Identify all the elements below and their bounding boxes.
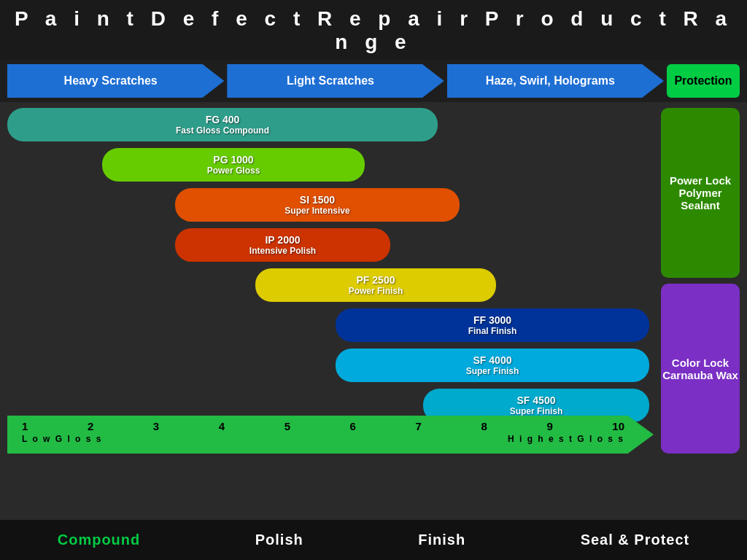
product-sub-ff3000: Final Finish xyxy=(468,326,517,336)
product-name-ip2000: IP 2000 xyxy=(265,234,300,246)
scale-high-label: H i g h e s t G l o s s xyxy=(508,434,624,444)
product-name-ff3000: FF 3000 xyxy=(473,314,511,326)
scale-section: 12345678910L o w G l o s sH i g h e s t … xyxy=(7,416,654,454)
scale-number: 3 xyxy=(153,420,159,432)
main-content: FG 400Fast Gloss CompoundPG 1000Power Gl… xyxy=(0,102,747,459)
color-lock-box: Color Lock Carnauba Wax xyxy=(661,284,740,454)
scale-number: 6 xyxy=(350,420,356,432)
footer-polish: Polish xyxy=(255,532,303,548)
scale-number: 2 xyxy=(88,420,93,432)
category-heavy-scratches: Heavy Scratches xyxy=(7,64,224,98)
category-protection: Protection xyxy=(667,64,740,98)
scale-number: 10 xyxy=(612,420,624,432)
product-sub-fg400: Fast Gloss Compound xyxy=(176,125,269,136)
product-bar-sf4000: SF 4000Super Finish xyxy=(336,349,649,382)
product-bar-ip2000: IP 2000Intensive Polish xyxy=(175,228,390,262)
page-title: P a i n t D e f e c t R e p a i r P r o … xyxy=(0,0,747,60)
product-bar-fg400: FG 400Fast Gloss Compound xyxy=(7,108,438,141)
footer-compound: Compound xyxy=(58,532,141,548)
footer-finish: Finish xyxy=(418,532,465,548)
product-sub-sf4500: Super Finish xyxy=(510,406,563,416)
product-sub-ip2000: Intensive Polish xyxy=(249,246,316,256)
scale-number: 9 xyxy=(546,420,552,432)
scale-number: 1 xyxy=(22,420,28,432)
product-bar-si1500: SI 1500Super Intensive xyxy=(175,188,460,222)
right-panel: Power Lock Polymer Sealant Color Lock Ca… xyxy=(661,108,740,454)
category-light-scratches: Light Scratches xyxy=(227,64,444,98)
scale-number: 5 xyxy=(285,420,290,432)
category-haze-swirl: Haze, Swirl, Holograms xyxy=(447,64,664,98)
product-name-sf4500: SF 4500 xyxy=(517,394,556,406)
chart-area: FG 400Fast Gloss CompoundPG 1000Power Gl… xyxy=(7,108,654,454)
footer-seal: Seal & Protect xyxy=(581,532,690,548)
product-name-fg400: FG 400 xyxy=(206,114,240,125)
product-bar-pg1000: PG 1000Power Gloss xyxy=(102,148,365,182)
power-lock-box: Power Lock Polymer Sealant xyxy=(661,108,740,278)
product-sub-pg1000: Power Gloss xyxy=(207,166,260,176)
scale-number: 8 xyxy=(481,420,487,432)
product-name-si1500: SI 1500 xyxy=(300,194,335,206)
scale-number: 4 xyxy=(219,420,225,432)
product-name-pg1000: PG 1000 xyxy=(213,154,253,166)
product-sub-pf2500: Power Finish xyxy=(349,286,403,296)
product-bar-ff3000: FF 3000Final Finish xyxy=(336,308,649,342)
product-name-sf4000: SF 4000 xyxy=(473,354,512,366)
product-bar-pf2500: PF 2500Power Finish xyxy=(255,268,496,302)
scale-arrow: 12345678910L o w G l o s sH i g h e s t … xyxy=(7,416,654,454)
scale-low-label: L o w G l o s s xyxy=(22,434,102,444)
category-row: Heavy Scratches Light Scratches Haze, Sw… xyxy=(0,60,747,102)
product-sub-sf4000: Super Finish xyxy=(466,366,519,376)
product-sub-si1500: Super Intensive xyxy=(285,206,349,216)
scale-number: 7 xyxy=(416,420,422,432)
footer: Compound Polish Finish Seal & Protect xyxy=(0,520,747,560)
product-name-pf2500: PF 2500 xyxy=(357,274,395,286)
